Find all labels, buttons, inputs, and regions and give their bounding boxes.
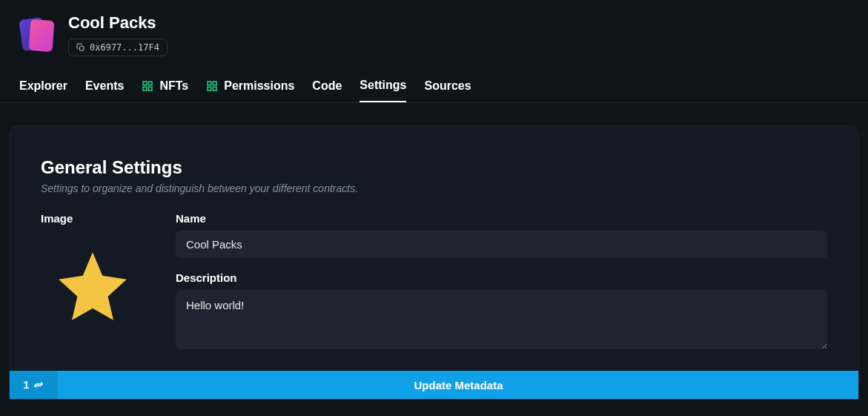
svg-rect-6 — [213, 82, 217, 85]
grid-icon — [206, 80, 218, 92]
settings-panel: General Settings Settings to organize an… — [9, 125, 859, 400]
header: Cool Packs 0x6977...17F4 — [0, 0, 868, 70]
svg-rect-2 — [149, 82, 153, 85]
name-label: Name — [176, 212, 827, 225]
section-subtitle: Settings to organize and distinguish bet… — [41, 182, 827, 194]
contract-address-text: 0x6977...17F4 — [90, 42, 159, 53]
description-input[interactable] — [176, 290, 827, 349]
description-label: Description — [176, 271, 827, 284]
image-preview[interactable] — [41, 245, 145, 327]
tab-permissions[interactable]: Permissions — [206, 70, 294, 102]
swap-icon — [33, 380, 44, 390]
tab-code[interactable]: Code — [312, 70, 342, 102]
grid-icon — [142, 80, 153, 92]
svg-rect-8 — [213, 87, 217, 90]
tab-nfts-label: NFTs — [159, 79, 188, 93]
svg-rect-1 — [143, 82, 147, 85]
title-block: Cool Packs 0x6977...17F4 — [68, 13, 168, 56]
contract-address-badge[interactable]: 0x6977...17F4 — [68, 39, 168, 56]
pending-count[interactable]: 1 — [10, 371, 59, 399]
update-metadata-button[interactable]: Update Metadata — [59, 371, 858, 399]
image-label: Image — [41, 212, 145, 225]
svg-rect-4 — [149, 87, 153, 90]
app-logo — [19, 17, 55, 53]
svg-rect-0 — [80, 47, 85, 51]
action-bar: 1 Update Metadata — [10, 371, 858, 399]
star-icon — [52, 245, 133, 327]
tab-permissions-label: Permissions — [224, 79, 294, 93]
tab-sources[interactable]: Sources — [424, 70, 471, 102]
name-input[interactable] — [176, 231, 827, 258]
svg-rect-7 — [208, 87, 211, 90]
copy-icon — [76, 43, 85, 52]
section-title: General Settings — [41, 157, 827, 178]
page-title: Cool Packs — [68, 13, 168, 33]
tab-nfts[interactable]: NFTs — [142, 70, 188, 102]
tab-settings[interactable]: Settings — [360, 70, 406, 102]
svg-rect-5 — [208, 82, 211, 85]
svg-rect-3 — [143, 87, 147, 90]
tab-explorer[interactable]: Explorer — [19, 70, 67, 102]
pending-count-value: 1 — [24, 379, 30, 391]
tab-events[interactable]: Events — [85, 70, 124, 102]
tabs: Explorer Events NFTs Permissions Code Se… — [0, 70, 868, 103]
